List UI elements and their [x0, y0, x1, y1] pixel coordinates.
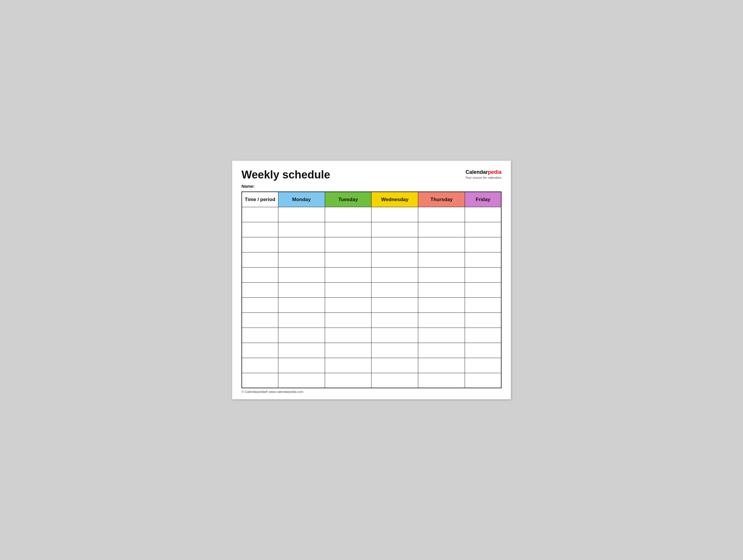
table-cell[interactable]	[418, 343, 465, 358]
brand-logo: Calendarpedia Your source for calendars	[465, 169, 501, 180]
header: Weekly schedule Calendarpedia Your sourc…	[242, 169, 501, 181]
col-header-thursday: Thursday	[418, 192, 465, 207]
brand-pedia-text: pedia	[488, 169, 501, 175]
table-cell[interactable]	[325, 313, 372, 328]
table-cell[interactable]	[325, 282, 372, 297]
table-row[interactable]	[242, 358, 501, 373]
table-cell[interactable]	[418, 373, 465, 388]
table-cell[interactable]	[242, 313, 278, 328]
table-cell[interactable]	[372, 373, 418, 388]
table-cell[interactable]	[278, 373, 325, 388]
table-row[interactable]	[242, 207, 501, 222]
table-cell[interactable]	[372, 358, 418, 373]
table-cell[interactable]	[465, 267, 501, 282]
table-cell[interactable]	[465, 222, 501, 237]
table-cell[interactable]	[372, 282, 418, 297]
table-cell[interactable]	[242, 207, 278, 222]
table-cell[interactable]	[242, 252, 278, 267]
table-row[interactable]	[242, 297, 501, 313]
table-cell[interactable]	[418, 207, 465, 222]
table-row[interactable]	[242, 328, 501, 343]
table-cell[interactable]	[278, 252, 325, 267]
table-cell[interactable]	[418, 282, 465, 297]
table-cell[interactable]	[278, 267, 325, 282]
table-cell[interactable]	[325, 222, 372, 237]
table-cell[interactable]	[242, 343, 278, 358]
table-cell[interactable]	[325, 207, 372, 222]
table-row[interactable]	[242, 267, 501, 282]
table-cell[interactable]	[278, 358, 325, 373]
table-cell[interactable]	[418, 313, 465, 328]
table-cell[interactable]	[372, 328, 418, 343]
table-row[interactable]	[242, 237, 501, 252]
table-cell[interactable]	[242, 237, 278, 252]
table-cell[interactable]	[418, 358, 465, 373]
table-cell[interactable]	[325, 373, 372, 388]
schedule-table: Time / period Monday Tuesday Wednesday T…	[242, 191, 501, 388]
table-cell[interactable]	[418, 237, 465, 252]
col-header-friday: Friday	[465, 192, 501, 207]
table-row[interactable]	[242, 343, 501, 358]
table-cell[interactable]	[325, 297, 372, 313]
table-body	[242, 207, 501, 388]
table-cell[interactable]	[465, 237, 501, 252]
table-cell[interactable]	[278, 282, 325, 297]
table-cell[interactable]	[242, 267, 278, 282]
table-row[interactable]	[242, 313, 501, 328]
table-cell[interactable]	[242, 282, 278, 297]
table-cell[interactable]	[278, 222, 325, 237]
table-cell[interactable]	[325, 343, 372, 358]
table-cell[interactable]	[242, 373, 278, 388]
table-cell[interactable]	[325, 358, 372, 373]
table-cell[interactable]	[372, 207, 418, 222]
table-cell[interactable]	[372, 313, 418, 328]
table-cell[interactable]	[278, 343, 325, 358]
table-cell[interactable]	[418, 252, 465, 267]
table-cell[interactable]	[418, 267, 465, 282]
table-cell[interactable]	[278, 297, 325, 313]
table-cell[interactable]	[465, 282, 501, 297]
table-cell[interactable]	[465, 313, 501, 328]
table-row[interactable]	[242, 252, 501, 267]
table-cell[interactable]	[242, 222, 278, 237]
page: Weekly schedule Calendarpedia Your sourc…	[232, 161, 511, 400]
table-cell[interactable]	[278, 328, 325, 343]
table-cell[interactable]	[465, 358, 501, 373]
table-cell[interactable]	[418, 328, 465, 343]
table-cell[interactable]	[372, 237, 418, 252]
brand-tagline: Your source for calendars	[465, 176, 501, 180]
table-cell[interactable]	[372, 222, 418, 237]
table-row[interactable]	[242, 373, 501, 388]
table-cell[interactable]	[418, 297, 465, 313]
table-cell[interactable]	[372, 297, 418, 313]
table-cell[interactable]	[242, 297, 278, 313]
table-cell[interactable]	[242, 358, 278, 373]
table-cell[interactable]	[418, 222, 465, 237]
table-cell[interactable]	[372, 267, 418, 282]
table-cell[interactable]	[325, 328, 372, 343]
table-row[interactable]	[242, 282, 501, 297]
table-cell[interactable]	[465, 252, 501, 267]
table-cell[interactable]	[465, 328, 501, 343]
table-cell[interactable]	[325, 267, 372, 282]
page-title: Weekly schedule	[242, 169, 330, 181]
table-header-row: Time / period Monday Tuesday Wednesday T…	[242, 192, 501, 207]
brand-name: Calendarpedia	[465, 169, 501, 176]
brand-calendar-text: Calendar	[466, 169, 488, 175]
table-cell[interactable]	[242, 328, 278, 343]
col-header-wednesday: Wednesday	[372, 192, 418, 207]
table-cell[interactable]	[465, 373, 501, 388]
table-cell[interactable]	[465, 207, 501, 222]
table-cell[interactable]	[278, 207, 325, 222]
table-cell[interactable]	[278, 313, 325, 328]
table-cell[interactable]	[465, 297, 501, 313]
name-label: Name:	[242, 184, 501, 189]
table-cell[interactable]	[372, 252, 418, 267]
table-cell[interactable]	[325, 252, 372, 267]
table-cell[interactable]	[465, 343, 501, 358]
table-cell[interactable]	[325, 237, 372, 252]
table-cell[interactable]	[278, 237, 325, 252]
table-cell[interactable]	[372, 343, 418, 358]
col-header-time: Time / period	[242, 192, 278, 207]
table-row[interactable]	[242, 222, 501, 237]
